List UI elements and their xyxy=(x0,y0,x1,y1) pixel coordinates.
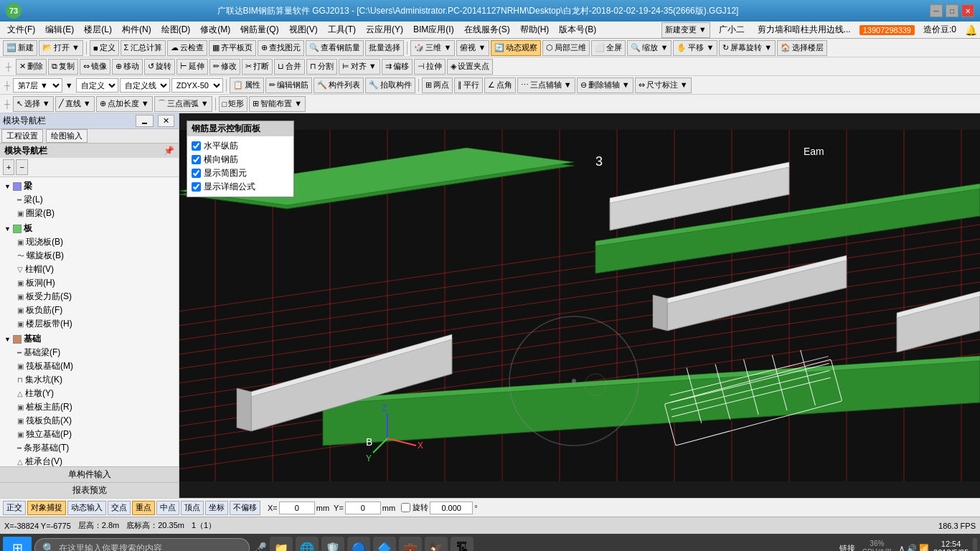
sidebar-item-column-cap[interactable]: ▽ 柱帽(V) xyxy=(3,263,176,276)
taskbar-search[interactable]: 🔍 在这里输入你要搜索的内容 xyxy=(34,538,250,551)
add-item-button[interactable]: + xyxy=(3,159,14,175)
sidebar-item-strip-foundation[interactable]: ━ 条形基础(T) xyxy=(3,441,176,455)
sidebar-item-pile-main[interactable]: ▣ 桩板主筋(R) xyxy=(3,400,176,414)
rotate-checkbox[interactable] xyxy=(401,503,410,512)
custom-line-select[interactable]: 自定义线 xyxy=(120,78,170,93)
sidebar-item-floor-band[interactable]: ▣ 楼层板带(H) xyxy=(3,317,176,331)
sidebar-item-cast-slab[interactable]: ▣ 现浇板(B) xyxy=(3,235,176,249)
layer-select[interactable]: 第7层 ▼ xyxy=(13,78,62,93)
group-slab-header[interactable]: ▼ 板 xyxy=(3,222,176,235)
intersection-button[interactable]: 交点 xyxy=(108,501,131,515)
extend-button[interactable]: ⊢ 延伸 xyxy=(176,59,208,75)
midpoint-btn-button[interactable]: 重点 xyxy=(132,501,155,515)
x-input[interactable]: 0 xyxy=(279,501,315,514)
menu-file[interactable]: 文件(F) xyxy=(3,22,39,37)
zoom-button[interactable]: 🔍 缩放 ▼ xyxy=(627,40,672,56)
dynamic-input-button[interactable]: 动态输入 xyxy=(67,501,106,515)
rebar-check-0[interactable] xyxy=(192,141,201,151)
parallel-button[interactable]: ∥ 平行 xyxy=(454,77,483,93)
report-preview-button[interactable]: 报表预览 xyxy=(0,482,179,498)
draw-input-tab[interactable]: 绘图输入 xyxy=(46,129,88,143)
sidebar-item-raft-neg[interactable]: ▣ 筏板负筋(X) xyxy=(3,414,176,428)
rotate2-button[interactable]: ↺ 旋转 xyxy=(144,59,175,75)
show-desktop-button[interactable] xyxy=(973,538,977,551)
menu-modify[interactable]: 修改(M) xyxy=(196,22,235,37)
y-input[interactable]: 0 xyxy=(345,501,381,514)
taskbar-icon-1[interactable]: 🌐 xyxy=(296,537,319,551)
rotate-input[interactable]: 0.000 xyxy=(430,501,473,514)
taskbar-icon-active[interactable]: 🏗 xyxy=(451,537,473,551)
define-button[interactable]: ■ 定义 xyxy=(90,40,119,56)
align-button[interactable]: ⊨ 对齐 ▼ xyxy=(339,59,380,75)
taskbar-icon-5[interactable]: 💼 xyxy=(399,537,422,551)
taskbar-icon-4[interactable]: 🔷 xyxy=(373,537,396,551)
new-change-button[interactable]: 新建变更 ▼ xyxy=(661,22,710,38)
custom-select[interactable]: 自定义 xyxy=(76,78,118,93)
property-button[interactable]: 📋 属性 xyxy=(230,77,264,93)
trim-button[interactable]: ✂ 打断 xyxy=(242,59,273,75)
rebar-check-2[interactable] xyxy=(192,169,201,178)
rebar-check-3[interactable] xyxy=(192,182,201,192)
group-beam-header[interactable]: ▼ 梁 xyxy=(3,179,176,193)
sidebar-item-column-pedestal[interactable]: △ 柱墩(Y) xyxy=(3,387,176,400)
local-3d-button[interactable]: ⬡ 局部三维 xyxy=(542,40,590,56)
close-button[interactable]: ✕ xyxy=(961,4,974,17)
level-board-button[interactable]: ▦ 齐平板页 xyxy=(209,40,256,56)
sidebar-close-button[interactable]: ✕ xyxy=(158,115,174,127)
cut-wall-text[interactable]: 剪力墙和暗柱共用边线... xyxy=(753,22,855,37)
rectangle-button[interactable]: □ 矩形 xyxy=(219,96,248,112)
menu-view[interactable]: 视图(V) xyxy=(285,22,322,37)
delete-button[interactable]: ✕ 删除 xyxy=(16,59,47,75)
modify-button[interactable]: ✏ 修改 xyxy=(209,59,240,75)
dynamic-view-button[interactable]: 🔄 动态观察 xyxy=(491,40,541,56)
sidebar-item-pile-cap[interactable]: △ 桩承台(V) xyxy=(3,455,176,466)
view-rebar-button[interactable]: 🔍 查看钢筋量 xyxy=(306,40,364,56)
menu-cloud[interactable]: 云应用(Y) xyxy=(362,22,407,37)
mic-icon[interactable]: 🎤 xyxy=(253,542,267,552)
set-vertex-button[interactable]: ◈ 设置夹点 xyxy=(447,59,493,75)
new-button[interactable]: 🆕 新建 xyxy=(3,40,37,56)
rebar-option-1[interactable]: 横向钢筋 xyxy=(192,153,289,166)
viewport[interactable]: 钢筋显示控制面板 水平纵筋 横向钢筋 显示简图元 显示详细公式 xyxy=(179,113,980,498)
del-aux-button[interactable]: ⊖ 删除辅轴 ▼ xyxy=(577,77,633,93)
dim-mark-button[interactable]: ⇔ 尺寸标注 ▼ xyxy=(635,77,692,93)
sidebar-item-foundation-beam[interactable]: ━ 基础梁(F) xyxy=(3,346,176,359)
start-button[interactable]: ⊞ xyxy=(3,537,32,551)
pan-button[interactable]: ✋ 平移 ▼ xyxy=(673,40,717,56)
single-component-button[interactable]: 单构件输入 xyxy=(0,466,179,482)
midpoint-button[interactable]: 中点 xyxy=(156,501,179,515)
sum-button[interactable]: Σ 汇总计算 xyxy=(121,40,166,56)
find-element-button[interactable]: ⊕ 查找图元 xyxy=(258,40,304,56)
offset-button[interactable]: ⇉ 偏移 xyxy=(382,59,413,75)
select-button[interactable]: ↖ 选择 ▼ xyxy=(13,96,54,112)
sidebar-item-pit[interactable]: ⊓ 集水坑(K) xyxy=(3,373,176,387)
ortho-button[interactable]: 正交 xyxy=(3,501,26,515)
sidebar-item-slab-neg[interactable]: ▣ 板负筋(F) xyxy=(3,303,176,317)
menu-draw[interactable]: 绘图(D) xyxy=(157,22,195,37)
sidebar-item-raft[interactable]: ▣ 筏板基础(M) xyxy=(3,359,176,373)
open-button[interactable]: 📂 打开 ▼ xyxy=(39,40,83,56)
rebar-option-3[interactable]: 显示详细公式 xyxy=(192,180,289,194)
project-settings-tab[interactable]: 工程设置 xyxy=(1,129,43,143)
menu-online[interactable]: 在线服务(S) xyxy=(460,22,514,37)
menu-tools[interactable]: 工具(T) xyxy=(324,22,360,37)
menu-edit[interactable]: 编辑(E) xyxy=(41,22,78,37)
nav-pin-icon[interactable]: 📌 xyxy=(164,146,174,156)
select-floor-button[interactable]: 🏠 选择楼层 xyxy=(777,40,827,56)
three-arc-button[interactable]: ⌒ 三点画弧 ▼ xyxy=(154,96,212,112)
rebar-option-0[interactable]: 水平纵筋 xyxy=(192,139,289,153)
cloud-check-button[interactable]: ☁ 云检查 xyxy=(167,40,207,56)
point-angle-button[interactable]: ∠ 点角 xyxy=(484,77,516,93)
menu-bim[interactable]: BIM应用(I) xyxy=(409,22,458,37)
edit-rebar-button[interactable]: ✏ 编辑钢筋 xyxy=(265,77,312,93)
split-button[interactable]: ⊓ 分割 xyxy=(306,59,337,75)
menu-rebar-qty[interactable]: 钢筋量(Q) xyxy=(236,22,283,37)
menu-help[interactable]: 帮助(H) xyxy=(516,22,554,37)
point-length-button[interactable]: ⊕ 点加长度 ▼ xyxy=(96,96,153,112)
sidebar-pin-button[interactable]: 🗕 xyxy=(136,115,154,127)
alert-icon[interactable]: 🔔 xyxy=(965,24,977,36)
move2-button[interactable]: ⊕ 移动 xyxy=(112,59,143,75)
sidebar-item-ring-beam[interactable]: ▣ 圈梁(B) xyxy=(3,207,176,220)
sidebar-item-isolated-foundation[interactable]: ▣ 独立基础(P) xyxy=(3,428,176,441)
menu-version[interactable]: 版本号(B) xyxy=(555,22,600,37)
